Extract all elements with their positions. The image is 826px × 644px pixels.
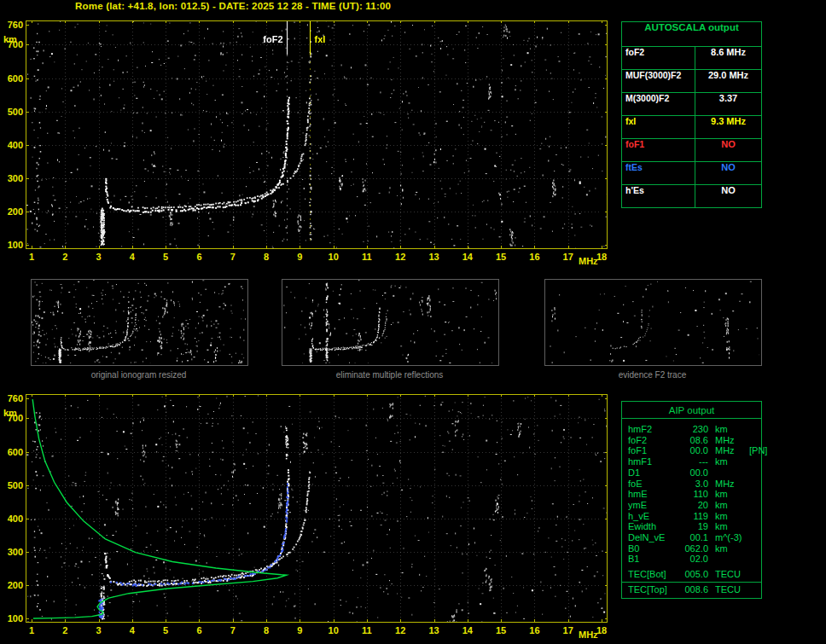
autoscala-row: h'EsNO (622, 185, 761, 207)
aip-table-header: AIP output (622, 402, 761, 419)
x-tick-label: 16 (525, 625, 544, 635)
thumbnail-original-ionogram (31, 279, 248, 366)
aip-param-unit: MHz (708, 479, 747, 490)
thumbnail-caption-original: original ionogram resized (31, 370, 247, 380)
aip-param-name: TEC[Bot] (628, 569, 678, 580)
aip-param-unit: km (708, 543, 747, 554)
aip-row: ymE20km (622, 500, 761, 511)
y-tick-label: 300 (2, 547, 23, 557)
aip-param-note (747, 521, 761, 532)
aip-tec-rows: TEC[Bot]005.0TECUTEC[Top]008.6TECU (622, 569, 761, 595)
x-tick-label: 15 (492, 252, 510, 262)
aip-param-name: hmE (628, 489, 678, 500)
aip-param-unit: km (708, 521, 747, 532)
aip-param-value: 110 (678, 489, 708, 500)
x-tick-label: 8 (257, 252, 276, 262)
aip-param-unit: MHz (708, 445, 747, 456)
aip-row: TEC[Top]008.6TECU (622, 582, 761, 595)
aip-row: DelN_vE00.1m^(-3) (622, 532, 761, 543)
autoscala-param-value: 8.6 MHz (695, 47, 761, 69)
x-tick-label: 13 (425, 252, 444, 262)
x-tick-label: 6 (189, 252, 208, 262)
aip-row: foF208.6MHz (622, 435, 761, 446)
autoscala-table-rows: foF28.6 MHzMUF(3000)F229.0 MHzM(3000)F23… (622, 47, 761, 207)
aip-row: hmF2230km (622, 424, 761, 435)
aip-param-name: hmF1 (628, 456, 678, 467)
aip-param-name: TEC[Top] (628, 584, 678, 595)
thumbnail-caption-evidence: evidence F2 trace (544, 370, 760, 380)
thumbnail-original-canvas (32, 280, 246, 363)
aip-param-note: [PN] (747, 445, 767, 456)
aip-param-name: B1 (628, 554, 678, 565)
aip-param-note (747, 500, 761, 511)
y-tick-label: 500 (2, 480, 23, 490)
autoscala-param-name: foF2 (622, 47, 695, 69)
aip-param-value: 3.0 (678, 479, 708, 490)
autoscala-row: MUF(3000)F229.0 MHz (622, 70, 761, 93)
x-tick-label: 7 (224, 625, 242, 635)
aip-param-value: 19 (678, 521, 708, 532)
autoscala-param-value: NO (695, 139, 761, 161)
aip-param-note (747, 554, 761, 565)
x-tick-label: 5 (156, 252, 175, 262)
aip-row: TEC[Bot]005.0TECU (622, 569, 761, 580)
autoscala-param-value: 9.3 MHz (695, 116, 761, 138)
aip-param-name: foF2 (628, 435, 678, 446)
y-axis-unit-label: km (3, 408, 17, 418)
aip-param-note (747, 569, 761, 580)
x-tick-label: 11 (358, 252, 376, 262)
x-tick-label: 11 (358, 625, 376, 635)
y-tick-label: 760 (2, 393, 23, 403)
aip-param-unit: m^(-3) (708, 532, 747, 543)
aip-table-rows: hmF2230kmfoF208.6MHzfoF100.0MHz[PN]hmF1-… (622, 424, 761, 565)
aip-row: foE3.0MHz (622, 479, 761, 490)
x-tick-label: 4 (123, 252, 142, 262)
aip-param-unit: km (708, 456, 747, 467)
aip-param-name: DelN_vE (628, 532, 678, 543)
aip-param-value: 230 (678, 424, 708, 435)
aip-row: hmF1---km (622, 456, 761, 467)
x-tick-label: 10 (324, 252, 343, 262)
thumbnail-eliminate-canvas (282, 280, 497, 363)
aip-param-value: 20 (678, 500, 708, 511)
x-tick-label: 17 (559, 625, 578, 635)
autoscala-screen: Rome (lat: +41.8, lon: 012.5) - DATE: 20… (0, 0, 826, 644)
autoscala-row: ftEsNO (622, 162, 761, 185)
x-tick-label: 3 (90, 252, 108, 262)
station-date-title: Rome (lat: +41.8, lon: 012.5) - DATE: 20… (75, 1, 391, 11)
autoscala-param-value: 3.37 (695, 93, 761, 115)
y-tick-label: 100 (2, 240, 23, 250)
y-tick-label: 200 (2, 580, 23, 590)
x-tick-label: 15 (492, 625, 510, 635)
x-tick-label: 12 (391, 625, 410, 635)
thumbnail-evidence-f2 (544, 279, 762, 366)
aip-param-name: Ewidth (628, 521, 678, 532)
aip-param-value: 00.0 (678, 445, 708, 456)
aip-param-note (747, 424, 761, 435)
x-tick-label: 1 (22, 625, 41, 635)
profile-ionogram-plot: 1234567891011121314151617187607006005004… (26, 394, 608, 623)
aip-param-unit: TECU (708, 569, 747, 580)
aip-param-value: 00.1 (678, 532, 708, 543)
aip-param-note (747, 543, 761, 554)
main-ionogram-plot: 1234567891011121314151617187607006005004… (26, 20, 608, 249)
aip-param-unit (708, 554, 747, 565)
aip-row: foF100.0MHz[PN] (622, 445, 761, 456)
autoscala-row: M(3000)F23.37 (622, 93, 761, 116)
aip-param-name: hmF2 (628, 424, 678, 435)
x-tick-label: 12 (391, 252, 410, 262)
x-axis-unit-label: MHz (579, 256, 598, 266)
aip-param-unit: MHz (708, 435, 747, 446)
aip-param-value: --- (678, 456, 708, 467)
x-tick-label: 9 (290, 252, 309, 262)
aip-param-unit: km (708, 511, 747, 522)
aip-param-value: 119 (678, 511, 708, 522)
aip-param-note (747, 489, 761, 500)
x-tick-label: 17 (559, 252, 578, 262)
aip-row: D100.0 (622, 467, 761, 479)
aip-param-note (747, 584, 761, 595)
profile-ionogram-canvas (26, 394, 608, 623)
y-tick-label: 100 (2, 613, 23, 624)
aip-row: B0062.0km (622, 543, 761, 554)
aip-param-unit: km (708, 489, 747, 500)
